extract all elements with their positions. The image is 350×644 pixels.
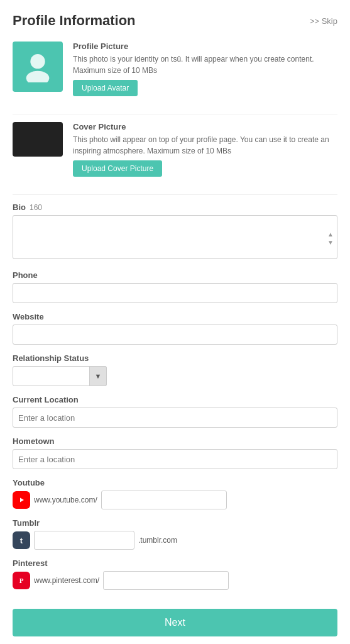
youtube-icon [13,491,30,509]
hometown-input[interactable] [13,449,337,469]
svg-point-0 [30,54,45,69]
pinterest-label: Pinterest [13,558,337,568]
phone-field-group: Phone [13,270,337,303]
cover-placeholder [13,122,63,157]
hometown-label: Hometown [13,436,337,446]
avatar-icon [22,51,53,82]
youtube-prefix: www.youtube.com/ [34,496,97,504]
upload-cover-button[interactable]: Upload Cover Picture [73,160,162,177]
scroll-down-icon[interactable]: ▼ [327,239,334,246]
cover-picture-desc: This photo will appear on top of your pr… [73,134,337,157]
relationship-status-select-wrapper: Single In a Relationship Married Complic… [13,366,107,386]
relationship-status-label: Relationship Status [13,353,337,363]
divider-2 [13,194,337,195]
bio-char-count: 160 [30,203,42,212]
pinterest-social-row: P www.pinterest.com/ [13,571,337,590]
youtube-input[interactable] [101,491,227,509]
cover-picture-title: Cover Picture [73,122,337,131]
youtube-social-row: www.youtube.com/ [13,491,337,509]
hometown-field-group: Hometown [13,436,337,469]
profile-picture-section: Profile Picture This photo is your ident… [13,42,337,103]
phone-label: Phone [13,270,337,280]
tumblr-label: Tumblr [13,518,337,528]
cover-picture-info: Cover Picture This photo will appear on … [73,122,337,177]
page-title: Profile Information [13,13,136,29]
skip-link[interactable]: >> Skip [310,16,337,26]
profile-picture-info: Profile Picture This photo is your ident… [73,42,337,96]
website-label: Website [13,312,337,321]
relationship-status-field-group: Relationship Status Single In a Relation… [13,353,337,386]
website-input[interactable] [13,325,337,345]
pinterest-icon: P [13,572,30,589]
youtube-label: Youtube [13,478,337,487]
website-field-group: Website [13,312,337,345]
phone-input[interactable] [13,283,337,303]
current-location-label: Current Location [13,395,337,404]
youtube-field-group: Youtube www.youtube.com/ [13,478,337,509]
pinterest-field-group: Pinterest P www.pinterest.com/ [13,558,337,590]
tumblr-input[interactable] [34,531,134,550]
tumblr-icon: t [13,531,30,549]
current-location-input[interactable] [13,408,337,428]
divider-1 [13,114,337,114]
tumblr-field-group: Tumblr t .tumblr.com [13,518,337,550]
bio-field-group: Bio 160 ▲ ▼ [13,203,337,262]
bio-scroll: ▲ ▼ [325,216,336,260]
svg-point-1 [26,71,50,82]
next-button[interactable]: Next [13,609,337,636]
scroll-up-icon[interactable]: ▲ [327,231,334,238]
profile-information-page: Profile Information >> Skip Profile Pict… [0,0,350,644]
bio-textarea-wrapper: ▲ ▼ [13,215,337,262]
relationship-status-select[interactable]: Single In a Relationship Married Complic… [13,366,107,386]
cover-picture-section: Cover Picture This photo will appear on … [13,122,337,183]
current-location-field-group: Current Location [13,395,337,428]
bio-textarea[interactable] [13,215,337,259]
avatar-placeholder [13,42,63,92]
profile-picture-desc: This photo is your identity on tsū. It w… [73,53,337,76]
svg-text:P: P [19,577,24,584]
pinterest-input[interactable] [103,571,229,590]
upload-avatar-button[interactable]: Upload Avatar [73,80,138,96]
tumblr-suffix: .tumblr.com [138,536,177,545]
page-header: Profile Information >> Skip [13,13,337,29]
profile-picture-title: Profile Picture [73,42,337,51]
tumblr-social-row: t .tumblr.com [13,531,337,550]
bio-label: Bio 160 [13,203,337,212]
pinterest-prefix: www.pinterest.com/ [34,576,99,585]
